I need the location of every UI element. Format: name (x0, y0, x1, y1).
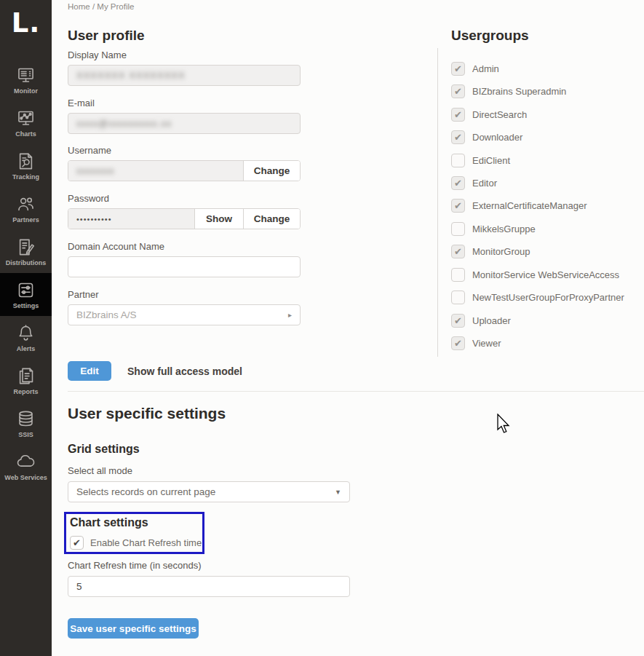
email-label: E-mail (68, 98, 95, 108)
password-change-button[interactable]: Change (244, 209, 300, 229)
display-name-field[interactable]: XXXXXXX XXXXXXXX (68, 65, 301, 86)
sidebar-item-tracking[interactable]: Tracking (0, 144, 52, 187)
select-all-mode-label: Select all mode (68, 465, 132, 476)
domain-account-label: Domain Account Name (68, 241, 164, 252)
password-show-button[interactable]: Show (195, 209, 244, 229)
usergroup-row: ✔ NewTestUserGroupForProxyPartner (451, 291, 624, 304)
enable-chart-refresh-row: ✔ Enable Chart Refresh time (70, 536, 202, 550)
checkbox-checked-icon[interactable]: ✔ (70, 536, 84, 550)
sidebar-label: Web Services (4, 474, 47, 481)
monitor-icon (16, 66, 36, 85)
select-all-mode-dropdown[interactable]: Selects records on current page ▼ (68, 481, 350, 502)
sidebar-label: SSIS (18, 431, 33, 438)
sidebar-label: Charts (15, 130, 36, 138)
checkbox-checked-icon[interactable]: ✔ (451, 314, 465, 328)
usergroup-label: MikkelsGruppe (472, 224, 536, 234)
sidebar-label: Alerts (17, 345, 36, 352)
select-all-mode-value: Selects records on current page (76, 486, 215, 497)
chevron-down-icon: ▼ (335, 489, 341, 496)
reports-icon (16, 366, 36, 386)
breadcrumb-home[interactable]: Home (68, 2, 90, 11)
breadcrumb-current: My Profile (97, 2, 134, 11)
sidebar-item-settings[interactable]: Settings (0, 273, 52, 316)
usergroup-label: MonitorGroup (472, 246, 530, 257)
usergroup-row: ✔ Viewer (451, 336, 501, 350)
checkbox-checked-icon[interactable]: ✔ (451, 336, 465, 350)
checkbox-checked-icon[interactable]: ✔ (451, 62, 465, 76)
partner-select[interactable]: BIZbrains A/S ▸ (68, 304, 301, 325)
usergroups-divider (437, 48, 438, 357)
web-services-icon (16, 452, 36, 472)
sidebar-item-monitor[interactable]: Monitor (0, 58, 52, 101)
usergroup-label: DirectSearch (472, 109, 527, 120)
chart-refresh-time-value: 5 (76, 581, 82, 592)
charts-icon (16, 108, 36, 128)
sidebar-item-reports[interactable]: Reports (0, 359, 52, 402)
sidebar-label: Tracking (12, 173, 39, 181)
usergroup-row: ✔ MonitorGroup (451, 245, 530, 258)
sidebar-item-ssis[interactable]: SSIS (0, 402, 52, 445)
usergroup-row: ✔ Editor (451, 176, 497, 190)
usergroup-row: ✔ Uploader (451, 314, 511, 328)
display-name-redacted-value: XXXXXXX XXXXXXXX (76, 70, 186, 81)
checkbox-unchecked-icon[interactable]: ✔ (451, 291, 465, 304)
email-redacted-value: xxxx@xxxxxxxxx.xx (76, 118, 172, 129)
usergroup-label: NewTestUserGroupForProxyPartner (472, 292, 624, 303)
usergroup-label: EdiClient (472, 155, 510, 166)
partners-icon (16, 194, 36, 214)
tracking-icon (16, 151, 36, 171)
username-label: Username (68, 145, 111, 156)
usergroup-row: ✔ DirectSearch (451, 108, 527, 122)
sidebar-item-partners[interactable]: Partners (0, 187, 52, 230)
password-masked-value: •••••••••• (76, 215, 112, 224)
email-field[interactable]: xxxx@xxxxxxxxx.xx (68, 113, 301, 134)
checkbox-unchecked-icon[interactable]: ✔ (451, 154, 465, 167)
page-title: User profile (68, 28, 145, 44)
username-group: xxxxxxx Change (68, 160, 301, 181)
settings-icon (16, 280, 36, 300)
usergroup-row: ✔ EdiClient (451, 154, 510, 167)
breadcrumb-separator: / (92, 2, 95, 11)
username-change-button[interactable]: Change (244, 161, 300, 181)
checkbox-checked-icon[interactable]: ✔ (451, 108, 465, 122)
breadcrumb: Home / My Profile (68, 2, 134, 11)
usergroup-row: ✔ Downloader (451, 130, 522, 144)
usergroup-row: ✔ MonitorService WebServiceAccess (451, 268, 619, 282)
usergroup-row: ✔ Admin (451, 62, 499, 76)
domain-account-field[interactable] (68, 256, 301, 277)
save-user-settings-button[interactable]: Save user specific settings (68, 618, 199, 639)
sidebar-nav: Monitor Charts (0, 58, 52, 488)
sidebar-item-charts[interactable]: Charts (0, 101, 52, 144)
checkbox-unchecked-icon[interactable]: ✔ (451, 268, 465, 282)
usergroup-row: ✔ MikkelsGruppe (451, 222, 536, 236)
checkbox-unchecked-icon[interactable]: ✔ (451, 222, 465, 236)
ssis-icon (16, 409, 36, 429)
usergroup-label: Downloader (472, 132, 522, 143)
checkbox-checked-icon[interactable]: ✔ (451, 199, 465, 213)
sidebar-item-web-services[interactable]: Web Services (0, 445, 52, 488)
chart-settings-title: Chart settings (70, 516, 148, 529)
usergroup-label: BIZbrains Superadmin (472, 86, 566, 97)
chevron-right-icon: ▸ (288, 311, 292, 319)
usergroup-label: MonitorService WebServiceAccess (472, 269, 619, 280)
partner-label: Partner (68, 289, 99, 300)
distributions-icon (16, 237, 36, 257)
checkbox-checked-icon[interactable]: ✔ (451, 176, 465, 190)
sidebar-item-distributions[interactable]: Distributions (0, 230, 52, 273)
password-field[interactable]: •••••••••• (68, 209, 195, 229)
app-logo: L. (0, 7, 52, 39)
usergroup-label: Admin (472, 63, 499, 74)
edit-button[interactable]: Edit (68, 361, 111, 381)
chart-refresh-time-input[interactable]: 5 (68, 576, 350, 597)
alerts-icon (16, 323, 36, 343)
sidebar-item-alerts[interactable]: Alerts (0, 316, 52, 359)
password-group: •••••••••• Show Change (68, 208, 301, 229)
checkbox-checked-icon[interactable]: ✔ (451, 245, 465, 258)
show-full-access-link[interactable]: Show full access model (127, 365, 242, 377)
username-field[interactable]: xxxxxxx (68, 161, 244, 181)
partner-value: BIZbrains A/S (76, 309, 137, 320)
checkbox-checked-icon[interactable]: ✔ (451, 130, 465, 144)
sidebar-label: Partners (12, 216, 39, 224)
checkbox-checked-icon[interactable]: ✔ (451, 84, 465, 98)
usergroup-label: Editor (472, 178, 497, 189)
